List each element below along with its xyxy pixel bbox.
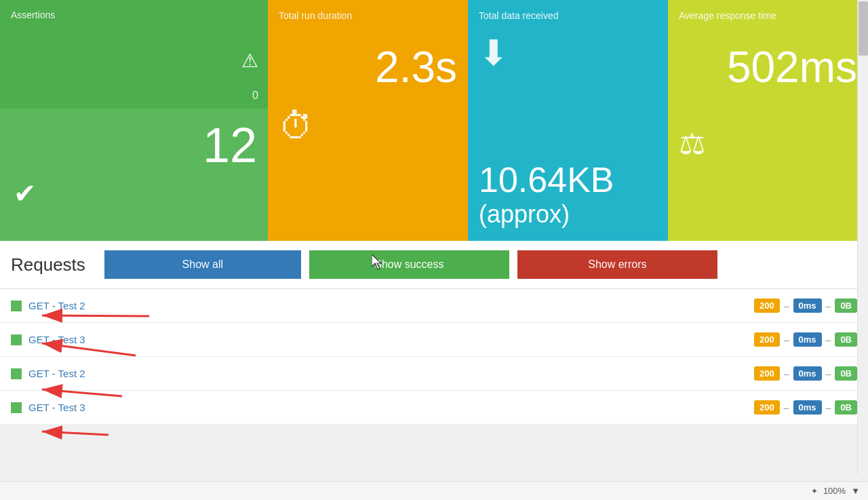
size-badge: 0B <box>835 332 857 347</box>
separator: – <box>826 402 831 413</box>
request-name[interactable]: GET - Test 3 <box>28 334 754 345</box>
data-received-value: 10.64KB <box>479 159 614 200</box>
status-indicator <box>11 334 22 345</box>
status-badge: 200 <box>754 366 780 381</box>
time-badge: 0ms <box>793 332 822 347</box>
requests-section: Requests Show all Show success Show erro… <box>0 241 868 424</box>
separator: – <box>784 402 789 413</box>
status-badge: 200 <box>754 332 780 347</box>
response-value: 502ms <box>679 42 857 92</box>
request-name[interactable]: GET - Test 2 <box>28 300 754 311</box>
assertions-total: 12 <box>11 121 257 170</box>
table-row: GET - Test 2 200 – 0ms – 0B <box>0 289 868 323</box>
separator: – <box>784 368 789 379</box>
scrollbar[interactable] <box>857 0 868 475</box>
requests-header: Requests Show all Show success Show erro… <box>0 241 868 288</box>
status-indicator <box>11 368 22 379</box>
request-name[interactable]: GET - Test 3 <box>28 402 754 413</box>
scale-icon: ⚖ <box>679 126 857 161</box>
separator: – <box>826 368 831 379</box>
response-time-card: Average response time 502ms ⚖ <box>668 0 868 241</box>
time-badge: 0ms <box>793 400 822 415</box>
dropdown-icon[interactable]: ▼ <box>851 486 860 496</box>
clock-icon: ⏱ <box>279 106 457 147</box>
assertions-title: Assertions <box>11 9 257 20</box>
request-badges: 200 – 0ms – 0B <box>754 332 857 347</box>
time-badge: 0ms <box>793 366 822 381</box>
status-badge: 200 <box>754 400 780 415</box>
duration-value: 2.3s <box>279 42 457 92</box>
request-name[interactable]: GET - Test 2 <box>28 368 754 379</box>
zoom-icon: ✦ <box>811 486 818 496</box>
status-indicator <box>11 402 22 413</box>
status-bar: ✦ 100% ▼ <box>0 481 868 500</box>
separator: – <box>784 334 789 345</box>
response-title: Average response time <box>679 10 776 21</box>
size-badge: 0B <box>835 299 857 313</box>
data-received-sub: (approx) <box>479 200 570 229</box>
request-badges: 200 – 0ms – 0B <box>754 299 857 313</box>
zoom-level: 100% <box>823 486 846 496</box>
duration-card: Total run duration 2.3s ⏱ <box>268 0 468 241</box>
scrollbar-thumb[interactable] <box>859 1 868 56</box>
table-row: GET - Test 2 200 – 0ms – 0B <box>0 357 868 391</box>
assertions-card: Assertions ⚠ 0 12 ✔ <box>0 0 268 241</box>
show-success-button[interactable]: Show success <box>309 250 509 279</box>
separator: – <box>826 334 831 345</box>
requests-title: Requests <box>11 254 85 275</box>
size-badge: 0B <box>835 366 857 381</box>
download-icon: ⬇ <box>479 33 657 73</box>
show-all-button[interactable]: Show all <box>104 250 301 279</box>
show-errors-button[interactable]: Show errors <box>517 250 717 279</box>
status-badge: 200 <box>754 299 780 313</box>
status-indicator <box>11 301 22 311</box>
duration-title: Total run duration <box>279 10 352 21</box>
request-list: GET - Test 2 200 – 0ms – 0B GET - Test 3… <box>0 288 868 424</box>
separator: – <box>826 301 831 311</box>
svg-line-7 <box>42 431 108 435</box>
assertions-warning-count: 0 <box>252 90 258 102</box>
time-badge: 0ms <box>793 299 822 313</box>
table-row: GET - Test 3 200 – 0ms – 0B <box>0 323 868 357</box>
request-badges: 200 – 0ms – 0B <box>754 400 857 415</box>
table-row: GET - Test 3 200 – 0ms – 0B <box>0 391 868 424</box>
size-badge: 0B <box>835 400 857 415</box>
warning-icon: ⚠ <box>241 50 258 72</box>
data-received-card: Total data received ⬇ 10.64KB (approx) <box>468 0 668 241</box>
separator: – <box>784 301 789 311</box>
request-badges: 200 – 0ms – 0B <box>754 366 857 381</box>
check-icon: ✔ <box>14 178 257 209</box>
data-received-title: Total data received <box>479 10 559 21</box>
